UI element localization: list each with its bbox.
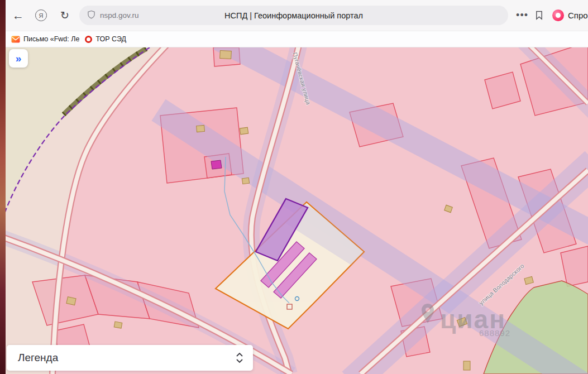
legend-collapse-icon[interactable] [235, 352, 244, 364]
desktop-edge-strip [0, 0, 6, 374]
bookmark-tor-sed[interactable]: ТОР СЭД [85, 35, 126, 43]
bookmark-flag-icon[interactable] [535, 11, 543, 20]
building-tan[interactable] [66, 297, 76, 305]
assistant-label[interactable]: Спро [568, 11, 588, 20]
yandex-icon[interactable]: Я [35, 9, 47, 21]
bookmark-label: Письмо «Fwd: Ле [23, 35, 79, 43]
site-url: nspd.gov.ru [100, 11, 139, 20]
refresh-button[interactable]: ↻ [60, 10, 69, 21]
building-tan[interactable] [463, 361, 470, 370]
mail-icon [11, 36, 20, 43]
page-title: НСПД | Геоинформационный портал [79, 11, 508, 20]
map-viewport[interactable]: Пугачёвская улица улица Володарского циа… [0, 47, 588, 374]
address-bar[interactable]: nspd.gov.ru НСПД | Геоинформационный пор… [79, 6, 508, 25]
watermark-digits: 688892 [479, 328, 510, 338]
utility-well-marker[interactable] [287, 304, 292, 309]
extensions-more-icon[interactable]: ••• [516, 9, 528, 21]
bookmarks-bar: Письмо «Fwd: Ле ТОР СЭД [0, 31, 588, 47]
back-button[interactable]: ← [12, 9, 24, 21]
bookmark-mail-letter[interactable]: Письмо «Fwd: Ле [11, 35, 79, 43]
bookmark-label: ТОР СЭД [95, 35, 126, 43]
legend-panel[interactable]: Легенда [7, 345, 253, 371]
legend-title: Легенда [18, 352, 58, 364]
building-tan[interactable] [220, 50, 232, 59]
browser-toolbar: ← Я ↻ nspd.gov.ru НСПД | Геоинформационн… [0, 0, 588, 31]
building-tan[interactable] [242, 178, 249, 184]
building-tan[interactable] [197, 125, 205, 132]
tor-sed-icon [85, 36, 92, 43]
alice-inner-dot [556, 13, 561, 18]
sidebar-expand-button[interactable]: » [9, 49, 28, 68]
building-magenta-small[interactable] [211, 160, 222, 169]
building-tan[interactable] [240, 127, 248, 135]
alice-assistant-icon[interactable] [552, 9, 564, 21]
building-tan[interactable] [114, 322, 122, 328]
map-canvas[interactable]: Пугачёвская улица улица Володарского циа… [0, 47, 588, 374]
watermark-pin-hole [426, 308, 430, 312]
